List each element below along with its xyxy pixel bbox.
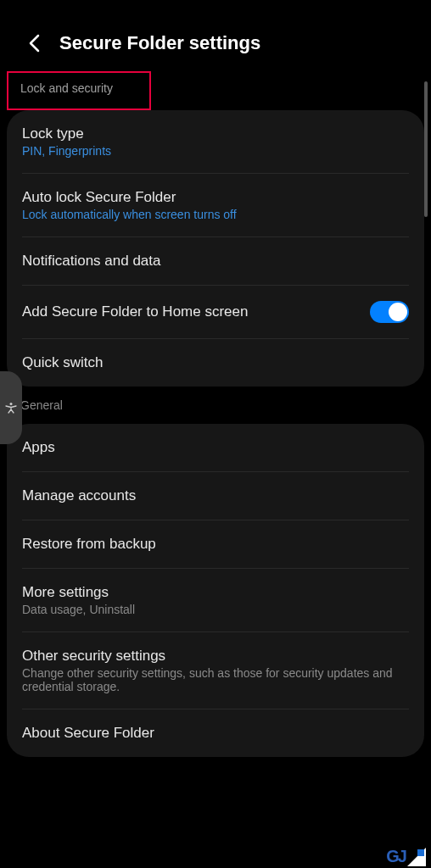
setting-title: Notifications and data	[22, 253, 409, 270]
setting-add-home-screen[interactable]: Add Secure Folder to Home screen	[22, 286, 409, 339]
setting-content: Manage accounts	[22, 487, 409, 504]
toggle-switch-on[interactable]	[370, 301, 409, 323]
header: Secure Folder settings	[0, 0, 431, 71]
setting-title: Add Secure Folder to Home screen	[22, 303, 370, 320]
accessibility-tab[interactable]	[0, 371, 22, 444]
section-header-lock-security: Lock and security	[0, 71, 431, 102]
section-header-label: General	[20, 398, 63, 412]
setting-title: Lock type	[22, 125, 409, 142]
back-icon[interactable]	[24, 33, 44, 53]
page-title: Secure Folder settings	[59, 32, 260, 54]
setting-title: Apps	[22, 439, 409, 456]
setting-title: Quick switch	[22, 354, 409, 371]
setting-apps[interactable]: Apps	[22, 424, 409, 472]
setting-content: More settings Data usage, Uninstall	[22, 584, 409, 616]
setting-content: Restore from backup	[22, 536, 409, 553]
setting-title: Restore from backup	[22, 536, 409, 553]
setting-auto-lock[interactable]: Auto lock Secure Folder Lock automatical…	[22, 174, 409, 237]
setting-content: Other security settings Change other sec…	[22, 648, 409, 693]
setting-notifications-data[interactable]: Notifications and data	[22, 237, 409, 286]
general-card: Apps Manage accounts Restore from backup…	[7, 424, 424, 757]
svg-point-0	[10, 403, 13, 405]
setting-title: Auto lock Secure Folder	[22, 189, 409, 206]
setting-more-settings[interactable]: More settings Data usage, Uninstall	[22, 569, 409, 632]
setting-title: About Secure Folder	[22, 725, 409, 742]
setting-subtitle: Lock automatically when screen turns off	[22, 208, 409, 221]
watermark: GJ	[386, 847, 426, 866]
setting-content: Notifications and data	[22, 253, 409, 270]
watermark-text: GJ	[386, 847, 406, 866]
setting-content: Add Secure Folder to Home screen	[22, 303, 370, 320]
setting-subtitle: Data usage, Uninstall	[22, 603, 409, 616]
highlight-annotation	[7, 71, 151, 110]
setting-content: Apps	[22, 439, 409, 456]
setting-title: Manage accounts	[22, 487, 409, 504]
setting-title: More settings	[22, 584, 409, 601]
setting-content: About Secure Folder	[22, 725, 409, 742]
setting-content: Lock type PIN, Fingerprints	[22, 125, 409, 158]
setting-quick-switch[interactable]: Quick switch	[22, 339, 409, 387]
setting-subtitle: Change other security settings, such as …	[22, 666, 409, 693]
setting-content: Auto lock Secure Folder Lock automatical…	[22, 189, 409, 221]
setting-subtitle: PIN, Fingerprints	[22, 144, 409, 158]
setting-other-security[interactable]: Other security settings Change other sec…	[22, 632, 409, 709]
setting-manage-accounts[interactable]: Manage accounts	[22, 472, 409, 520]
accessibility-icon	[5, 402, 17, 414]
setting-lock-type[interactable]: Lock type PIN, Fingerprints	[22, 110, 409, 174]
chevron-left-icon	[28, 34, 40, 53]
lock-security-card: Lock type PIN, Fingerprints Auto lock Se…	[7, 110, 424, 387]
setting-title: Other security settings	[22, 648, 409, 665]
scrollbar[interactable]	[424, 81, 428, 217]
setting-restore-backup[interactable]: Restore from backup	[22, 520, 409, 569]
setting-about[interactable]: About Secure Folder	[22, 709, 409, 757]
section-header-general: General	[0, 387, 431, 415]
watermark-logo	[407, 848, 426, 866]
setting-content: Quick switch	[22, 354, 409, 371]
